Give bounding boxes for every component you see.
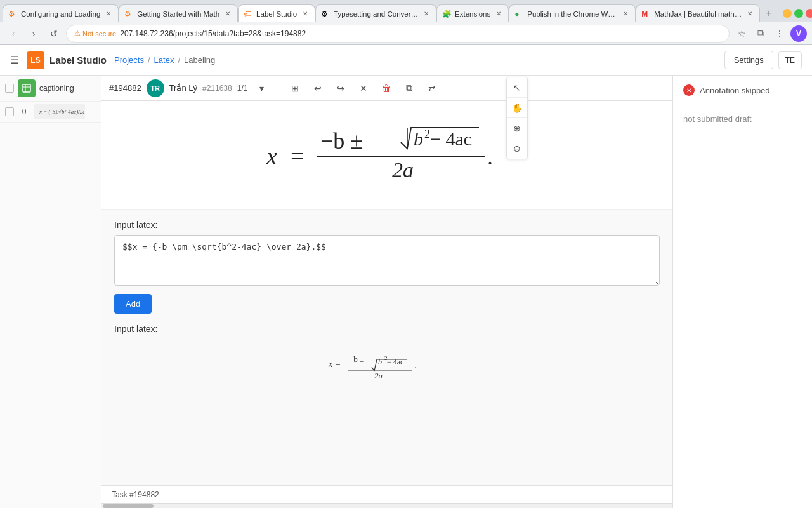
svg-text:=: = <box>291 143 304 170</box>
sidebar-tool-row: captioning <box>0 76 101 102</box>
center-column: #194882 TR Trần Lý #211638 1/1 ▾ ⊞ ↩ ↪ ✕… <box>102 76 672 508</box>
tab-publish[interactable]: ● Publish in the Chrome We… ✕ <box>509 4 636 22</box>
skip-icon: ✕ <box>683 84 695 96</box>
toolbar-separator-1 <box>278 82 278 95</box>
app-logo: LS Label Studio <box>27 51 107 69</box>
hand-tool-button[interactable]: ✋ <box>507 98 527 118</box>
tab-mathjax-title: MathJax | Beautiful math… <box>654 10 742 18</box>
content-main: x = −b ± b 2 − 4ac 2a <box>102 101 672 485</box>
svg-text:−b ±: −b ± <box>320 128 363 154</box>
svg-text:b: b <box>378 358 382 366</box>
sidebar-toggle-button[interactable]: ☰ <box>10 54 19 66</box>
pointer-tool-button[interactable]: ↖ <box>507 77 527 98</box>
tab-label-studio-close[interactable]: ✕ <box>301 10 310 18</box>
breadcrumb-latex[interactable]: Latex <box>154 55 174 65</box>
tool-icon[interactable] <box>18 79 36 97</box>
tab-typesetting-favicon: ⚙ <box>321 10 330 18</box>
reload-button[interactable]: ↺ <box>46 25 62 42</box>
annotation-nav-down[interactable]: ▾ <box>252 79 270 97</box>
window-minimize-button[interactable] <box>783 9 792 18</box>
tool-checkbox[interactable] <box>5 84 14 93</box>
svg-text:2: 2 <box>424 128 430 140</box>
tab-configuring-title: Configuring and Loading <box>21 10 100 18</box>
copy-annotation-button[interactable]: ⧉ <box>400 79 418 97</box>
settings-button[interactable]: Settings <box>724 51 773 69</box>
svg-text:2a: 2a <box>374 371 383 380</box>
tab-label-studio[interactable]: 🏷 Label Studio ✕ <box>238 4 315 22</box>
tab-typesetting[interactable]: ⚙ Typesetting and Conver… ✕ <box>315 4 436 22</box>
tab-getting-started[interactable]: ⚙ Getting Started with Math ✕ <box>119 4 238 22</box>
svg-text:.: . <box>414 361 416 370</box>
profile-button[interactable]: V <box>790 25 807 42</box>
bottom-bar: Task #194882 <box>102 485 672 503</box>
tab-extensions-close[interactable]: ✕ <box>494 10 503 18</box>
new-tab-button[interactable]: + <box>760 4 778 22</box>
item-thumbnail: x = (-b±√b²-4ac)/2a <box>34 104 85 119</box>
annotation-toolbar: #194882 TR Trần Lý #211638 1/1 ▾ ⊞ ↩ ↪ ✕… <box>102 76 672 101</box>
zoom-out-button[interactable]: ⊖ <box>507 138 527 159</box>
tab-publish-close[interactable]: ✕ <box>621 10 630 18</box>
bottom-scrollbar[interactable] <box>102 503 672 508</box>
tab-label-studio-favicon: 🏷 <box>244 10 252 18</box>
svg-text:− 4ac: − 4ac <box>430 128 472 149</box>
chrome-action-buttons: ☆ ⧉ ⋮ V <box>733 25 807 42</box>
chrome-browser-frame: ⚙ Configuring and Loading ✕ ⚙ Getting St… <box>0 0 812 22</box>
window-maximize-button[interactable] <box>794 9 803 18</box>
sidebar-item-row[interactable]: 0 x = (-b±√b²-4ac)/2a <box>0 102 101 123</box>
tool-label[interactable]: captioning <box>39 84 74 93</box>
extension-button[interactable]: ⧉ <box>752 25 769 42</box>
add-button[interactable]: Add <box>114 294 152 314</box>
forward-button[interactable]: › <box>25 25 42 42</box>
tool-icon-svg <box>22 84 31 93</box>
tab-mathjax-favicon: M <box>641 10 650 18</box>
latex-input-textarea[interactable]: $$x = {-b \pm \sqrt{b^2-4ac} \over 2a}.$… <box>114 235 660 286</box>
svg-text:x =: x = <box>328 359 341 369</box>
tab-getting-started-favicon: ⚙ <box>124 10 133 18</box>
large-formula-svg: x = −b ± b 2 − 4ac 2a <box>254 114 520 196</box>
breadcrumb-sep2: / <box>178 55 180 65</box>
tab-publish-favicon: ● <box>514 10 523 18</box>
small-formula-container: x = −b ± b 2 − 4ac 2a . <box>114 339 660 396</box>
svg-rect-0 <box>23 84 30 92</box>
input-section-1: Input latex: $$x = {-b \pm \sqrt{b^2-4ac… <box>102 210 672 324</box>
tab-typesetting-title: Typesetting and Conver… <box>334 10 418 18</box>
bookmark-button[interactable]: ☆ <box>733 25 750 42</box>
security-indicator: ⚠ Not secure <box>74 29 116 37</box>
window-close-button[interactable] <box>806 9 812 18</box>
breadcrumb-projects[interactable]: Projects <box>114 55 144 65</box>
svg-text:x: x <box>266 143 277 170</box>
delete-annotation-button[interactable]: 🗑 <box>377 79 395 97</box>
back-button[interactable]: ‹ <box>5 25 22 42</box>
scrollbar-thumb[interactable] <box>103 504 154 508</box>
item-checkbox[interactable] <box>5 107 14 116</box>
math-display-area: x = −b ± b 2 − 4ac 2a <box>102 101 672 210</box>
tab-typesetting-close[interactable]: ✕ <box>422 10 431 18</box>
annotation-status-section: ✕ Annotation skipped <box>673 76 812 105</box>
tab-getting-started-close[interactable]: ✕ <box>223 10 232 18</box>
chrome-settings-button[interactable]: ⋮ <box>771 25 788 42</box>
undo-button[interactable]: ↩ <box>309 79 327 97</box>
tab-mathjax-close[interactable]: ✕ <box>745 10 754 18</box>
logo-icon: LS <box>27 51 44 69</box>
url-bar[interactable]: ⚠ Not secure 207.148.72.236/projects/15/… <box>66 25 730 43</box>
annotator-badge: TR <box>147 79 164 97</box>
small-formula-svg: x = −b ± b 2 − 4ac 2a . <box>324 349 450 381</box>
close-annotation-button[interactable]: ✕ <box>355 79 372 97</box>
zoom-in-button[interactable]: ⊕ <box>507 118 527 138</box>
grid-view-button[interactable]: ⊞ <box>286 79 304 97</box>
chrome-window-controls <box>778 4 812 22</box>
te-button[interactable]: TE <box>778 51 802 69</box>
tab-extensions[interactable]: 🧩 Extensions ✕ <box>436 4 509 22</box>
chrome-address-bar: ‹ › ↺ ⚠ Not secure 207.148.72.236/projec… <box>0 22 812 45</box>
tab-configuring[interactable]: ⚙ Configuring and Loading ✕ <box>3 4 119 22</box>
annotation-nav: ▾ <box>252 79 270 97</box>
tab-mathjax[interactable]: M MathJax | Beautiful math… ✕ <box>636 4 760 22</box>
app-name: Label Studio <box>49 55 107 65</box>
draft-status-text: not submitted draft <box>673 105 812 133</box>
tab-configuring-close[interactable]: ✕ <box>104 10 113 18</box>
sidebar-left: captioning 0 x = (-b±√b²-4ac)/2a <box>0 76 102 508</box>
link-annotation-button[interactable]: ⇄ <box>423 79 441 97</box>
redo-button[interactable]: ↪ <box>332 79 350 97</box>
item-number: 0 <box>18 107 30 116</box>
main-area: captioning 0 x = (-b±√b²-4ac)/2a #194882… <box>0 76 812 508</box>
